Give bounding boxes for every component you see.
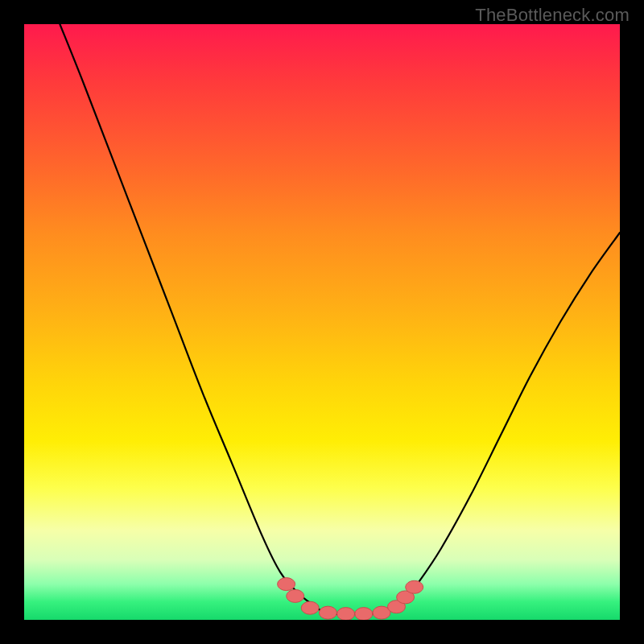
chart-frame: TheBottleneck.com [0,0,644,644]
plot-area [24,24,620,620]
valley-marker [278,578,295,591]
valley-marker [287,589,304,602]
valley-marker [319,606,336,619]
curve-layer [60,24,620,614]
watermark-text: TheBottleneck.com [475,5,630,26]
valley-marker [301,601,319,614]
valley-marker [337,608,355,620]
valley-marker [406,580,423,593]
marker-layer [278,578,423,620]
valley-marker [355,608,373,620]
left-curve [60,24,382,614]
right-curve [382,233,620,614]
chart-svg [24,24,620,620]
